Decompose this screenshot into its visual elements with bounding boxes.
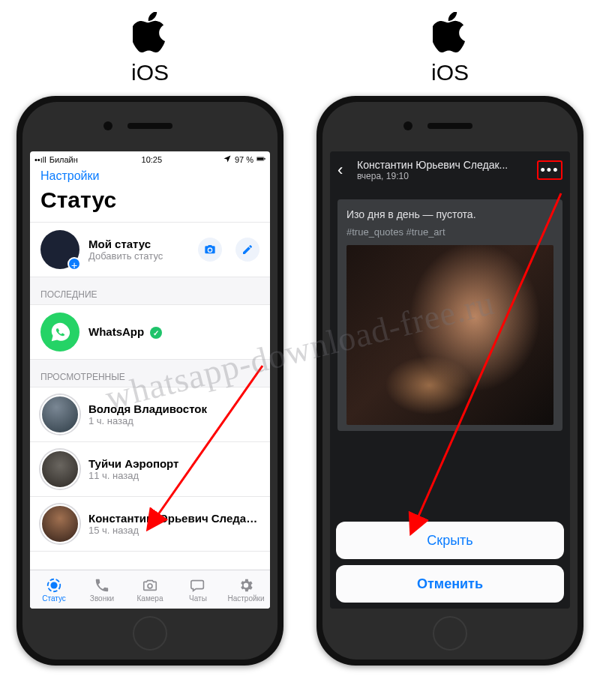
contact-avatar bbox=[40, 450, 80, 489]
whatsapp-icon bbox=[40, 313, 80, 351]
tab-label: Чаты bbox=[189, 594, 207, 603]
svg-rect-2 bbox=[265, 158, 266, 160]
edit-status-button[interactable] bbox=[236, 238, 260, 262]
home-button[interactable] bbox=[433, 616, 467, 651]
story-header: ‹ Константин Юрьевич Следак... вчера, 19… bbox=[330, 151, 570, 186]
phone-frame-left: ••ıll Билайн 10:25 97 % bbox=[16, 96, 284, 666]
contact-name: Туйчи Аэропорт bbox=[88, 457, 260, 470]
contact-time: 15 ч. назад bbox=[88, 525, 260, 536]
story-image bbox=[346, 245, 554, 425]
ios-status-bar: ••ıll Билайн 10:25 97 % bbox=[30, 151, 270, 168]
screen-story-viewer: ‹ Константин Юрьевич Следак... вчера, 19… bbox=[330, 151, 570, 609]
whatsapp-status-row[interactable]: WhatsApp ✓ bbox=[30, 304, 270, 360]
carrier-label: Билайн bbox=[50, 155, 78, 164]
story-author: Константин Юрьевич Следак... bbox=[357, 159, 537, 171]
svg-point-3 bbox=[50, 582, 57, 588]
verified-icon: ✓ bbox=[150, 327, 162, 339]
section-recent: ПОСЛЕДНИЕ bbox=[30, 277, 270, 304]
whatsapp-label: WhatsApp bbox=[88, 325, 144, 338]
page-title: Статус bbox=[30, 184, 270, 222]
apple-logo-icon bbox=[133, 12, 167, 55]
section-viewed: ПРОСМОТРЕННЫЕ bbox=[30, 360, 270, 387]
home-button[interactable] bbox=[133, 616, 167, 651]
status-item[interactable]: Туйчи Аэропорт 11 ч. назад bbox=[30, 442, 270, 497]
tab-label: Звонки bbox=[90, 594, 114, 603]
location-icon bbox=[223, 154, 232, 165]
tab-label: Статус bbox=[42, 594, 66, 603]
my-status-sub: Добавить статус bbox=[88, 250, 198, 262]
tab-camera[interactable]: Камера bbox=[126, 570, 174, 609]
hide-button[interactable]: Скрыть bbox=[336, 522, 564, 559]
tab-calls[interactable]: Звонки bbox=[78, 570, 126, 609]
story-time: вчера, 19:10 bbox=[357, 171, 537, 181]
tab-chats[interactable]: Чаты bbox=[174, 570, 222, 609]
signal-icon: ••ıll bbox=[34, 155, 46, 164]
my-status-avatar: + bbox=[40, 230, 80, 269]
tab-bar: Статус Звонки Камера Чаты bbox=[30, 570, 270, 609]
clock: 10:25 bbox=[142, 155, 163, 164]
apple-logo-icon bbox=[433, 12, 467, 55]
ios-label: iOS bbox=[131, 60, 169, 85]
my-status-row[interactable]: + Мой статус Добавить статус bbox=[30, 222, 270, 277]
screen-status-list: ••ıll Билайн 10:25 97 % bbox=[30, 151, 270, 609]
phone-frame-right: ‹ Константин Юрьевич Следак... вчера, 19… bbox=[316, 96, 584, 666]
nav-back-settings[interactable]: Настройки bbox=[30, 168, 270, 184]
tab-status[interactable]: Статус bbox=[30, 570, 78, 609]
tab-label: Камера bbox=[137, 594, 164, 603]
status-item[interactable]: Константин Юрьевич Следак... 15 ч. назад bbox=[30, 497, 270, 552]
contact-avatar bbox=[40, 504, 80, 543]
more-button[interactable]: ••• bbox=[537, 160, 562, 180]
contact-time: 1 ч. назад bbox=[88, 415, 260, 426]
tab-settings[interactable]: Настройки bbox=[222, 570, 270, 609]
cancel-button[interactable]: Отменить bbox=[336, 565, 564, 603]
story-text: Изо дня в день — пустота. bbox=[346, 208, 554, 220]
my-status-title: Мой статус bbox=[88, 238, 198, 250]
back-chevron-icon[interactable]: ‹ bbox=[338, 160, 354, 180]
svg-point-5 bbox=[148, 583, 152, 588]
plus-icon: + bbox=[68, 257, 81, 271]
battery-label: 97 % bbox=[235, 155, 254, 164]
svg-rect-1 bbox=[257, 157, 264, 160]
action-sheet: Скрыть Отменить bbox=[336, 522, 564, 603]
contact-name: Володя Владивосток bbox=[88, 402, 260, 415]
contact-time: 11 ч. назад bbox=[88, 470, 260, 481]
story-content[interactable]: Изо дня в день — пустота. #true_quotes #… bbox=[338, 199, 562, 431]
contact-name: Константин Юрьевич Следак... bbox=[88, 512, 260, 525]
camera-status-button[interactable] bbox=[198, 238, 222, 262]
status-item[interactable]: Володя Владивосток 1 ч. назад bbox=[30, 387, 270, 442]
tab-label: Настройки bbox=[227, 594, 264, 603]
story-tags: #true_quotes #true_art bbox=[346, 226, 554, 238]
contact-avatar bbox=[40, 395, 80, 434]
ios-label: iOS bbox=[431, 60, 469, 85]
battery-icon bbox=[256, 154, 266, 165]
